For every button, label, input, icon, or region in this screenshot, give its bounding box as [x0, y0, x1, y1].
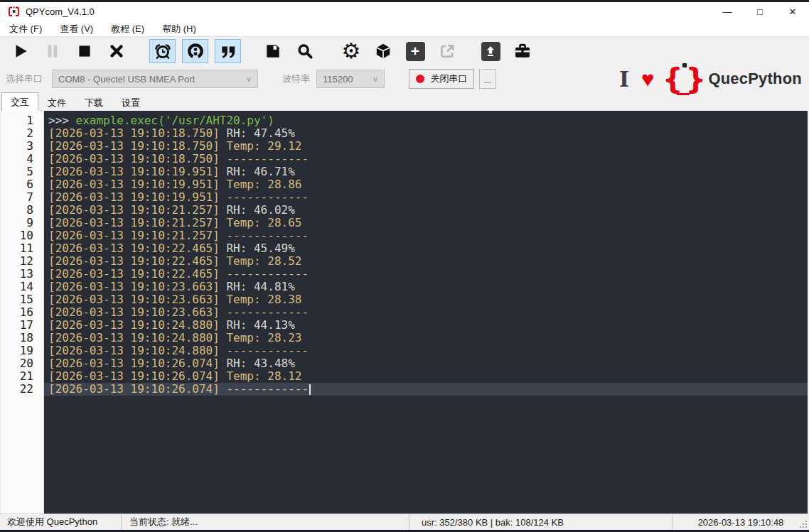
window-controls: — □ ✕: [711, 2, 809, 21]
play-icon: [11, 42, 30, 60]
terminal-line: [2026-03-13 19:10:18.750] RH: 47.45%: [44, 127, 808, 140]
brand-area: I ♥ { } QuecPython: [619, 63, 802, 95]
close-port-label: 关闭串口: [431, 72, 468, 85]
line-number: 11: [1, 242, 43, 255]
search-button[interactable]: [293, 40, 317, 63]
share-arrow-icon: [438, 42, 456, 60]
app-window: QPYcom_V4.1.0 — □ ✕ 文件 (F)查看 (V)教程 (E)帮助…: [0, 0, 809, 532]
line-number: 20: [1, 357, 43, 370]
resize-grip[interactable]: [800, 521, 807, 528]
line-number: 9: [1, 217, 43, 229]
toolbar: ⚙ +: [0, 37, 809, 65]
upload-button[interactable]: [478, 40, 503, 63]
line-number: 10: [1, 229, 43, 242]
line-number: 17: [1, 319, 43, 332]
settings-button[interactable]: ⚙: [339, 40, 363, 63]
i-beam-text: I: [619, 67, 629, 92]
menu-view[interactable]: 查看 (V): [53, 21, 100, 37]
terminal-line: [2026-03-13 19:10:22.465] RH: 45.49%: [44, 242, 808, 255]
toolbox-button[interactable]: [510, 40, 535, 63]
port-label: 选择串口: [6, 72, 43, 85]
timestamp-toggle-button[interactable]: [149, 39, 176, 63]
terminal-line: [2026-03-13 19:10:24.880] ------------: [44, 344, 808, 357]
tab-file[interactable]: 文件: [38, 94, 75, 111]
terminal-line: [2026-03-13 19:10:21.257] Temp: 28.65: [44, 217, 808, 229]
terminal-line: [2026-03-13 19:10:24.880] RH: 44.13%: [44, 319, 808, 332]
double-quote-icon: [219, 42, 237, 60]
terminal-line: [2026-03-13 19:10:26.074] Temp: 28.12: [44, 370, 808, 383]
gear-icon: ⚙: [342, 40, 361, 62]
quote-toggle-button[interactable]: [215, 39, 241, 63]
x-icon: [107, 42, 126, 60]
terminal-line: [2026-03-13 19:10:26.074] ------------: [44, 383, 808, 396]
terminal-line: [2026-03-13 19:10:23.663] Temp: 28.38: [44, 293, 808, 306]
pause-button[interactable]: [41, 40, 65, 63]
add-button[interactable]: +: [403, 40, 427, 63]
line-number: 4: [1, 153, 43, 165]
line-number: 15: [1, 293, 43, 306]
serial-bar: 选择串口 COM8 - Quectel USB NMEA Port ∨ 波特率 …: [0, 65, 809, 92]
tab-download[interactable]: 下载: [75, 94, 112, 111]
close-button[interactable]: [105, 40, 129, 63]
more-options-button[interactable]: ...: [479, 69, 496, 89]
terminal-line: [2026-03-13 19:10:21.257] ------------: [44, 229, 808, 242]
terminal-line: [2026-03-13 19:10:22.465] Temp: 28.52: [44, 255, 808, 268]
terminal-line: [2026-03-13 19:10:19.951] Temp: 28.86: [44, 178, 808, 191]
menu-file[interactable]: 文件 (F): [3, 21, 48, 37]
plus-icon: +: [406, 42, 425, 61]
window-title: QPYcom_V4.1.0: [26, 6, 95, 17]
quecpython-app-icon: [8, 6, 20, 18]
maximize-button[interactable]: □: [744, 2, 776, 21]
line-number: 6: [1, 178, 43, 191]
terminal-line: [2026-03-13 19:10:23.663] RH: 44.81%: [44, 281, 808, 293]
terminal-line: [2026-03-13 19:10:19.951] RH: 46.71%: [44, 165, 808, 178]
tab-settings[interactable]: 设置: [112, 94, 149, 111]
terminal-panel: 12345678910111213141516171819202122 >>> …: [0, 111, 809, 514]
pause-icon: [43, 42, 62, 60]
menu-bar: 文件 (F)查看 (V)教程 (E)帮助 (H): [0, 21, 809, 37]
line-number: 18: [1, 332, 43, 344]
line-number: 5: [1, 165, 43, 178]
quecpython-logo-icon: { }: [665, 63, 702, 95]
line-number: 21: [1, 370, 43, 383]
minimize-button[interactable]: —: [711, 2, 744, 21]
terminal-line: >>> example.exec('/usr/AHT20.py'): [44, 114, 808, 127]
terminal-line: [2026-03-13 19:10:19.951] ------------: [44, 191, 808, 204]
terminal-line: [2026-03-13 19:10:18.750] ------------: [44, 153, 808, 165]
port-select[interactable]: COM8 - Quectel USB NMEA Port ∨: [52, 70, 258, 88]
port-open-status-dot: [416, 75, 424, 83]
open-ring-8-icon: [186, 42, 205, 60]
upload-arrow-icon: [483, 44, 498, 58]
alarm-clock-icon: [154, 42, 172, 60]
line-number: 2: [1, 127, 43, 140]
line-number: 8: [1, 204, 43, 217]
heart-icon: ♥: [641, 68, 654, 90]
stop-button[interactable]: [73, 40, 97, 63]
menu-help[interactable]: 帮助 (H): [156, 21, 203, 37]
baud-label: 波特率: [282, 72, 310, 85]
record-toggle-button[interactable]: [182, 39, 208, 63]
line-number: 22: [1, 383, 43, 396]
title-bar: QPYcom_V4.1.0 — □ ✕: [0, 2, 809, 21]
stop-icon: [75, 42, 94, 60]
status-storage: usr: 352/380 KB | bak: 108/124 KB: [409, 514, 672, 530]
close-port-button[interactable]: 关闭串口: [409, 69, 474, 89]
line-number: 1: [1, 114, 43, 127]
save-button[interactable]: [261, 40, 285, 63]
close-window-button[interactable]: ✕: [776, 2, 809, 21]
export-button[interactable]: [435, 40, 459, 63]
chevron-down-icon: ∨: [246, 75, 252, 84]
floppy-icon: [264, 42, 282, 60]
status-state: 当前状态: 就绪...: [121, 514, 409, 530]
console-output[interactable]: >>> example.exec('/usr/AHT20.py')[2026-0…: [44, 111, 808, 514]
port-select-value: COM8 - Quectel USB NMEA Port: [58, 74, 195, 85]
terminal-line: [2026-03-13 19:10:23.663] ------------: [44, 306, 808, 319]
run-button[interactable]: [9, 40, 33, 63]
package-button[interactable]: [371, 40, 395, 63]
line-number: 13: [1, 268, 43, 281]
menu-tutorial[interactable]: 教程 (E): [105, 21, 151, 37]
baud-select[interactable]: 115200 ∨: [316, 70, 385, 88]
terminal-line: [2026-03-13 19:10:22.465] ------------: [44, 268, 808, 281]
terminal-line: [2026-03-13 19:10:21.257] RH: 46.02%: [44, 204, 808, 217]
tab-interact[interactable]: 交互: [1, 92, 38, 111]
